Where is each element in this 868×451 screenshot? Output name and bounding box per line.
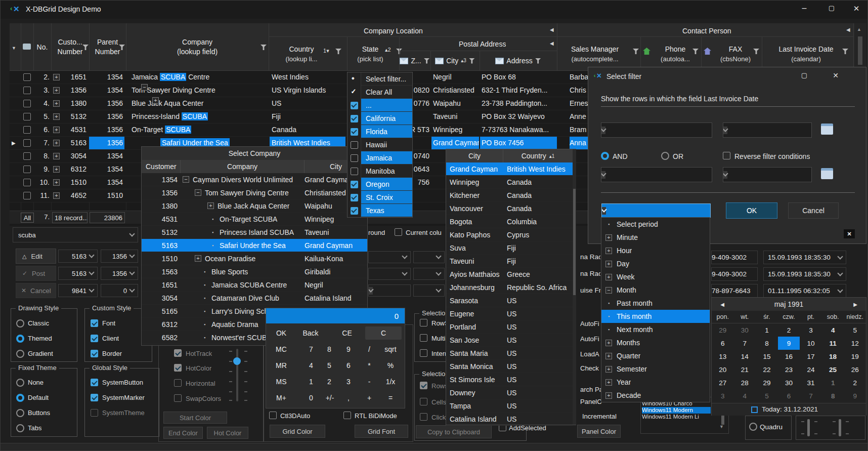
tree-node-icon[interactable] — [605, 314, 612, 319]
list-item[interactable]: PortlandUS — [446, 320, 573, 334]
row-checkbox[interactable] — [23, 166, 31, 173]
checkbox-rows[interactable] — [420, 382, 427, 389]
list-item[interactable]: Windows11 Modern — [642, 407, 711, 414]
list-item[interactable]: Santa MonicaUS — [446, 360, 573, 373]
calendar-picker-button[interactable] — [821, 168, 833, 179]
tree-node-icon[interactable] — [605, 327, 612, 332]
radio-label[interactable]: Default — [28, 394, 49, 401]
filter-option[interactable]: Clear All — [348, 86, 412, 99]
row-checkbox[interactable] — [23, 192, 31, 199]
filter-icon-city[interactable] — [469, 58, 475, 64]
mini-slider-1[interactable] — [807, 419, 810, 436]
col-company[interactable]: Company — [181, 160, 305, 173]
scroll-down-icon[interactable]: ▼ — [719, 424, 724, 429]
phone-field[interactable]: 78-897-6643 — [711, 284, 758, 298]
tree-item[interactable]: This month — [601, 310, 710, 323]
list-item[interactable]: Grand CaymanBritish West Indies — [446, 162, 573, 176]
calc-8[interactable]: 8 — [322, 344, 337, 355]
calendar-day[interactable]: 28 — [734, 376, 756, 389]
option-checkbox[interactable] — [351, 115, 358, 122]
calendar-day[interactable]: 1 — [756, 323, 778, 337]
tree-item[interactable]: Months — [601, 336, 710, 349]
checkbox-hottrack[interactable] — [174, 349, 182, 357]
datetime-field[interactable]: 15.09.1993 18:35:30 — [763, 267, 846, 281]
column-header-phone[interactable]: Phone(autoloa... — [652, 37, 699, 71]
list-item[interactable]: TampaUS — [446, 399, 573, 413]
incremental-label[interactable]: Incremental — [582, 413, 623, 420]
list-item[interactable]: 5163 Safari Under the Sea Grand Cayman — [142, 239, 367, 252]
radio-tabs[interactable] — [16, 424, 24, 432]
calendar-day[interactable]: 9 — [778, 337, 800, 350]
radio-label[interactable]: Classic — [28, 319, 49, 327]
row-checkbox[interactable] — [23, 113, 31, 120]
list-item[interactable]: DowneyUS — [446, 386, 573, 399]
row-checkbox[interactable] — [23, 152, 31, 160]
calendar-day[interactable]: 19 — [844, 350, 866, 363]
tree-node-icon[interactable] — [156, 110, 163, 123]
checkbox-systemtheme[interactable] — [91, 409, 98, 417]
column-header-city[interactable]: City▴3 — [430, 51, 480, 71]
tree-node-icon[interactable] — [605, 222, 612, 227]
tree-node-icon[interactable] — [605, 301, 612, 306]
phone-field[interactable]: 9-409-3002 — [711, 251, 758, 264]
option-checkbox[interactable] — [351, 141, 358, 149]
search-combo[interactable]: scuba — [13, 227, 138, 242]
list-item[interactable]: 1354 Cayman Divers World Unlimited Grand… — [142, 173, 367, 186]
maximize-button[interactable]: ▢ — [820, 4, 843, 12]
row-checkbox[interactable] — [23, 179, 31, 186]
tree-node-icon[interactable] — [605, 340, 612, 346]
list-item[interactable]: 1510 Ocean Paradise Kailua-Kona — [142, 252, 367, 265]
list-item[interactable]: EugeneUS — [446, 307, 573, 320]
column-header-sales-manager[interactable]: Sales Manager(autocomplete... — [557, 37, 633, 71]
filter-option[interactable]: Select filter... — [348, 72, 412, 86]
key-combo-4[interactable]: 1356 — [101, 267, 138, 280]
checkbox-label[interactable]: Client — [102, 335, 119, 342]
option-checkbox[interactable] — [351, 194, 358, 201]
calendar-day[interactable]: 7 — [800, 389, 822, 402]
radio-or[interactable] — [661, 152, 669, 160]
checkbox-horizontal[interactable] — [174, 379, 182, 387]
calendar-day[interactable]: 4 — [734, 389, 756, 402]
value-combo-2[interactable]: 01.01.2022 — [723, 167, 812, 182]
list-item[interactable]: Catalina IslandUS — [446, 413, 573, 426]
phone-field[interactable]: 9-409-3002 — [711, 267, 758, 281]
column-header-last-invoice[interactable]: Last Invoice Date(calendar) — [762, 37, 850, 71]
calendar-day[interactable]: 11 — [822, 337, 844, 350]
checkbox-ctl3dauto[interactable] — [269, 412, 277, 419]
calendar-day[interactable]: 3 — [800, 323, 822, 337]
list-item[interactable]: WinnipegCanada — [446, 176, 573, 189]
calendar-day[interactable]: 9 — [844, 389, 866, 402]
group-company-location[interactable]: Company Location — [364, 27, 423, 35]
calendar-day[interactable]: 30 — [734, 323, 756, 337]
option-checkbox[interactable] — [351, 168, 358, 175]
calendar-day[interactable]: 16 — [778, 350, 800, 363]
radio-and[interactable] — [601, 152, 609, 160]
option-checkbox[interactable] — [351, 102, 358, 109]
checkbox-label[interactable]: SystemTheme — [102, 409, 145, 417]
filter-icon-address[interactable] — [535, 58, 541, 64]
column-header-zip[interactable]: Z... — [399, 51, 430, 71]
calendar-day[interactable]: 15 — [756, 350, 778, 363]
checkbox-reverse-filter[interactable] — [723, 152, 730, 159]
copy-to-clipboard-button[interactable]: Copy to Clipboard — [416, 425, 492, 438]
radio-label[interactable]: Gradient — [28, 350, 53, 357]
today-bar[interactable]: Today: 31.12.2021 — [712, 403, 866, 416]
checkbox-systembutton[interactable] — [91, 379, 98, 386]
column-header-address[interactable]: Address — [480, 51, 557, 71]
grid-font-button[interactable]: Grid Font — [355, 425, 408, 438]
tree-node-icon[interactable] — [209, 217, 216, 222]
calc-3[interactable]: 3 — [341, 376, 356, 387]
option-checkbox[interactable] — [351, 207, 358, 215]
key-combo-2[interactable]: 1356 — [101, 250, 138, 263]
list-item[interactable]: 1651 Jamaica SCUBA Centre Negril — [142, 278, 367, 292]
city-popup-col-city[interactable]: City — [446, 149, 503, 162]
radio-classic[interactable] — [16, 319, 24, 327]
calendar-day[interactable]: 30 — [778, 376, 800, 389]
column-header-state[interactable]: State(pick list) — [347, 37, 394, 71]
filter-option[interactable]: St. Croix — [348, 191, 412, 204]
scroll-up-icon[interactable]: ▲ — [857, 27, 861, 32]
option-checkbox[interactable] — [351, 181, 358, 188]
tree-node-icon[interactable] — [183, 176, 189, 183]
list-item[interactable]: 1563 Blue Sports Giribaldi — [142, 265, 367, 278]
calendar-day[interactable]: 1 — [822, 376, 844, 389]
